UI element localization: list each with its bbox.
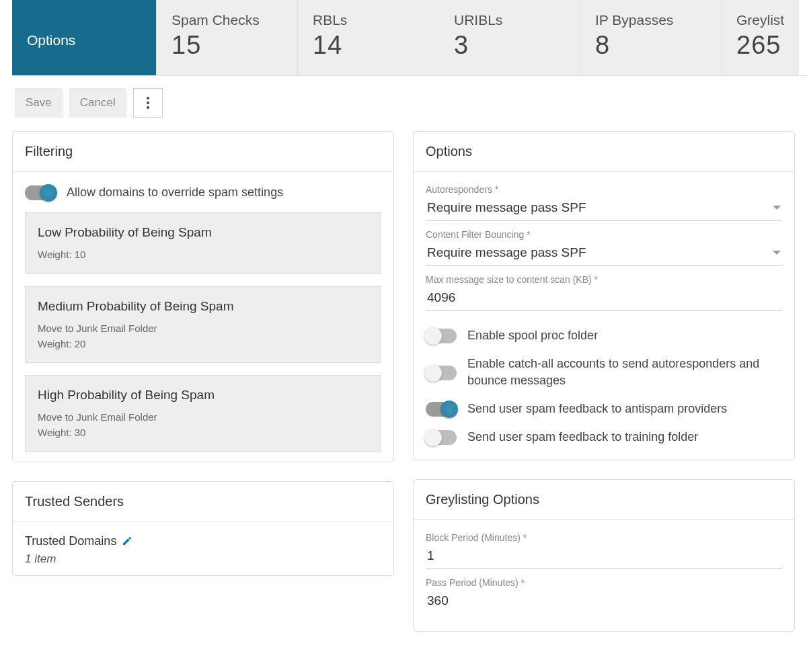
- toggle-spool-row: Enable spool proc folder: [426, 327, 782, 343]
- tab-label: RBLs: [313, 12, 424, 28]
- trusted-senders-title: Trusted Senders: [13, 482, 393, 522]
- spam-card-high[interactable]: High Probability of Being Spam Move to J…: [25, 375, 381, 452]
- filtering-panel: Filtering Allow domains to override spam…: [12, 131, 394, 462]
- save-button[interactable]: Save: [15, 88, 63, 118]
- greylisting-title: Greylisting Options: [414, 480, 794, 520]
- spam-card-title: High Probability of Being Spam: [38, 388, 369, 403]
- toggle-spool-switch[interactable]: [426, 329, 457, 343]
- field-value: Require message pass SPF: [427, 200, 773, 215]
- filtering-title: Filtering: [13, 132, 393, 172]
- max-message-size-input[interactable]: [427, 290, 781, 305]
- max-message-size-field: Max message size to content scan (KB) *: [426, 274, 782, 311]
- tab-ip-bypasses[interactable]: IP Bypasses 8: [580, 0, 722, 75]
- autoresponders-field: Autoresponders * Require message pass SP…: [426, 184, 782, 221]
- toggle-feedback-providers-label: Send user spam feedback to antispam prov…: [467, 401, 727, 417]
- trusted-senders-body: Trusted Domains 1 item: [13, 522, 393, 575]
- tab-label: IP Bypasses: [595, 12, 706, 28]
- block-period-field: Block Period (Minutes) *: [426, 532, 782, 569]
- chevron-down-icon: [773, 251, 781, 255]
- tab-count: 8: [595, 31, 706, 60]
- toggle-feedback-training-switch[interactable]: [426, 430, 457, 445]
- toggle-feedback-providers-row: Send user spam feedback to antispam prov…: [426, 401, 782, 417]
- toggle-override-spam-label: Allow domains to override spam settings: [67, 184, 283, 200]
- content-filter-bouncing-field: Content Filter Bouncing * Require messag…: [426, 229, 782, 266]
- cancel-button[interactable]: Cancel: [69, 88, 126, 118]
- tab-label: Spam Checks: [171, 12, 282, 28]
- tab-count: 265: [736, 31, 784, 60]
- spam-card-low[interactable]: Low Probability of Being Spam Weight: 10: [25, 212, 381, 274]
- options-title: Options: [414, 132, 794, 172]
- filtering-body: Allow domains to override spam settings …: [13, 172, 393, 462]
- spam-card-medium[interactable]: Medium Probability of Being Spam Move to…: [25, 286, 381, 364]
- autoresponders-select[interactable]: Require message pass SPF: [426, 198, 782, 221]
- greylisting-body: Block Period (Minutes) * Pass Period (Mi…: [414, 520, 794, 631]
- spam-card-weight: Weight: 30: [38, 425, 369, 440]
- tab-uribls[interactable]: URIBLs 3: [439, 0, 580, 75]
- pass-period-input-wrap: [426, 591, 782, 614]
- toggle-feedback-training-row: Send user spam feedback to training fold…: [426, 429, 782, 445]
- options-body: Autoresponders * Require message pass SP…: [414, 172, 794, 460]
- tab-label: Options: [27, 32, 141, 48]
- content-columns: Filtering Allow domains to override spam…: [0, 118, 807, 650]
- spam-card-weight: Weight: 10: [38, 247, 369, 262]
- chevron-down-icon: [773, 206, 781, 210]
- more-actions-button[interactable]: [133, 88, 163, 118]
- tab-label: URIBLs: [454, 12, 565, 28]
- page: Options Spam Checks 15 RBLs 14 URIBLs 3 …: [0, 0, 807, 672]
- tabbar: Options Spam Checks 15 RBLs 14 URIBLs 3 …: [12, 0, 807, 76]
- tab-count: 15: [171, 31, 282, 60]
- pass-period-input[interactable]: [427, 593, 781, 608]
- toggle-override-spam-switch[interactable]: [25, 185, 56, 200]
- toggle-catchall-switch[interactable]: [426, 366, 457, 380]
- pass-period-field: Pass Period (Minutes) *: [426, 577, 782, 614]
- toggle-override-spam: Allow domains to override spam settings: [25, 184, 381, 200]
- content-filter-bouncing-select[interactable]: Require message pass SPF: [426, 243, 782, 266]
- kebab-icon: [147, 97, 149, 109]
- field-label: Pass Period (Minutes) *: [426, 577, 782, 588]
- edit-icon[interactable]: [122, 536, 132, 546]
- trusted-senders-panel: Trusted Senders Trusted Domains 1 item: [12, 481, 394, 576]
- trusted-domains-heading: Trusted Domains: [25, 534, 381, 548]
- field-label: Content Filter Bouncing *: [426, 229, 782, 240]
- toggle-spool-label: Enable spool proc folder: [467, 327, 598, 343]
- toggle-catchall-label: Enable catch-all accounts to send autore…: [467, 355, 782, 388]
- spam-card-action: Move to Junk Email Folder: [38, 409, 369, 425]
- field-label: Block Period (Minutes) *: [426, 532, 782, 543]
- tab-options[interactable]: Options: [12, 0, 157, 75]
- block-period-input[interactable]: [427, 548, 781, 563]
- left-column: Filtering Allow domains to override spam…: [12, 131, 394, 650]
- max-message-size-input-wrap: [426, 288, 782, 311]
- field-label: Max message size to content scan (KB) *: [426, 274, 782, 285]
- options-panel: Options Autoresponders * Require message…: [413, 131, 795, 460]
- trusted-domains-count: 1 item: [25, 552, 381, 566]
- tab-count: 3: [454, 31, 565, 60]
- tab-rbls[interactable]: RBLs 14: [298, 0, 439, 75]
- block-period-input-wrap: [426, 546, 782, 569]
- toggle-feedback-training-label: Send user spam feedback to training fold…: [467, 429, 698, 445]
- tab-count: 14: [313, 31, 424, 60]
- spam-card-action: Move to Junk Email Folder: [38, 321, 369, 336]
- right-column: Options Autoresponders * Require message…: [413, 131, 795, 650]
- spam-card-weight: Weight: 20: [38, 336, 369, 351]
- toggle-catchall-row: Enable catch-all accounts to send autore…: [426, 355, 782, 388]
- tab-greylist[interactable]: Greylist 265: [722, 0, 799, 75]
- toggle-feedback-providers-switch[interactable]: [426, 402, 457, 417]
- spam-card-title: Low Probability of Being Spam: [38, 225, 369, 240]
- toolbar: Save Cancel: [0, 76, 807, 118]
- trusted-domains-label: Trusted Domains: [25, 534, 116, 548]
- spam-card-title: Medium Probability of Being Spam: [38, 299, 369, 314]
- field-label: Autoresponders *: [426, 184, 782, 195]
- greylisting-panel: Greylisting Options Block Period (Minute…: [413, 479, 795, 632]
- field-value: Require message pass SPF: [427, 245, 773, 260]
- tab-label: Greylist: [736, 12, 784, 28]
- tab-spam-checks[interactable]: Spam Checks 15: [157, 0, 298, 75]
